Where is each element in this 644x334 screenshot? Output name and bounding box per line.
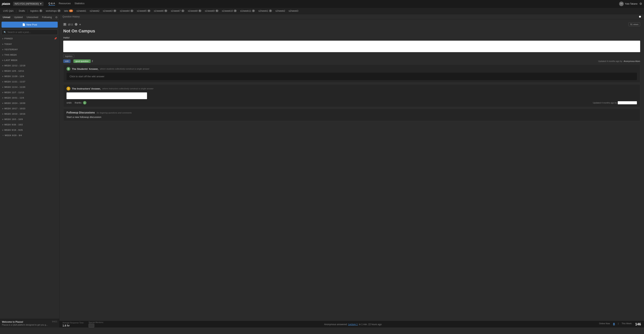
- sidebar-group-header-w0919[interactable]: ▶ WEEK 9/19 - 9/25: [2, 128, 58, 132]
- sidebar-group-header-pinned[interactable]: ▶ PINNED 📌: [2, 36, 58, 41]
- nav-link-qa[interactable]: Q & A: [48, 2, 55, 6]
- tab-s2week1[interactable]: s2/week1 3: [257, 9, 274, 13]
- sidebar-group-header-w1024[interactable]: ▶ WEEK 10/24 - 10/30: [2, 101, 58, 105]
- tab-labs[interactable]: labs 15: [62, 9, 74, 13]
- question-hello: Hello!: [63, 36, 640, 39]
- start-followup[interactable]: Start a new followup discussion: [66, 116, 637, 118]
- group-label: WEEK 10/31 - 11/6: [4, 97, 24, 99]
- undo-button[interactable]: undo: [66, 102, 72, 104]
- tab-s1week11[interactable]: s1/week11 3: [239, 9, 256, 13]
- sidebar-group-header-w1017[interactable]: ▶ WEEK 10/17 - 10/23: [2, 106, 58, 110]
- edit-button[interactable]: edit: [63, 60, 70, 63]
- tab-s1week2[interactable]: s1/week2: [88, 9, 101, 13]
- new-post-label: New Post: [26, 23, 37, 26]
- special-mentions-dropdown: [88, 324, 94, 328]
- sidebar-group-header-w0829[interactable]: ▼ WEEK 8/29 - 9/4: [2, 134, 58, 137]
- triangle-icon: ▶: [2, 102, 4, 104]
- good-question-button[interactable]: good question: [74, 60, 90, 63]
- star-icon[interactable]: ★: [79, 23, 81, 26]
- sidebar-group-header-yesterday[interactable]: ▶ YESTERDAY: [2, 48, 58, 52]
- separator: |: [618, 322, 618, 326]
- question-title: Not On Campus: [63, 28, 640, 34]
- click-to-start[interactable]: Click to start off the wiki answer: [66, 73, 637, 80]
- updated-user: Anonymous Atom: [624, 60, 640, 62]
- sidebar-group-header-w1212[interactable]: ▶ WEEK 12/12 - 12/18: [2, 64, 58, 68]
- top-nav: piazza INF2-FDS (INFR08030) ▼ Q & A Reso…: [0, 0, 644, 8]
- anon-suffix: in 1 min. 22 hours ago: [359, 323, 382, 326]
- tab-separator-2: |: [27, 10, 28, 12]
- sidebar-settings-icon[interactable]: ⚙: [55, 16, 58, 19]
- instructor-user-placeholder: [618, 101, 637, 104]
- triangle-icon: ▶: [2, 60, 4, 61]
- sidebar-group-header-thisweek[interactable]: ▶ THIS WEEK: [2, 53, 58, 57]
- sidebar-group-w1128: ▶ WEEK 11/28 - 12/4: [0, 74, 59, 79]
- special-mentions-label: Special Mentions:: [88, 321, 104, 324]
- instructors-answer-title: The Instructors' Answer,: [72, 87, 101, 90]
- online-label: Online Now: [599, 322, 610, 326]
- tab-drafts[interactable]: Drafts: [17, 9, 26, 13]
- bottom-status-bar: Average Response Time: 1.6 hr Special Me…: [60, 321, 644, 328]
- settings-icon[interactable]: ⚙: [640, 2, 642, 6]
- group-label: WEEK 10/10 - 10/16: [4, 113, 26, 115]
- tab-s1week5[interactable]: s1/week5 4: [135, 9, 152, 13]
- course-name: INF2-FDS (INFR08030): [14, 2, 39, 5]
- sidebar-group-header-w0926[interactable]: ▶ WEEK 9/26 - 10/2: [2, 123, 58, 126]
- filter-unresolved[interactable]: Unresolved: [26, 15, 40, 19]
- sidebar-group-header-w1107[interactable]: ▶ WEEK 11/7 - 11/13: [2, 90, 58, 94]
- triangle-icon: ▶: [2, 54, 4, 56]
- tab-s1week7[interactable]: s1/week7 1: [169, 9, 186, 13]
- instructors-answer-section: I The Instructors' Answer, where instruc…: [63, 84, 640, 107]
- sidebar-group-w1003: ▶ WEEK 10/3 - 10/9: [0, 116, 59, 122]
- views-badge: 91 views: [628, 22, 640, 26]
- filter-updated[interactable]: Updated: [13, 15, 24, 19]
- special-mentions-select[interactable]: [88, 324, 94, 328]
- tab-live-qa[interactable]: LIVE Q&A: [2, 9, 15, 13]
- tab-s1week6[interactable]: s1/week6 5: [152, 9, 169, 13]
- sidebar-group-header-w1205[interactable]: ▶ WEEK 12/5 - 12/11: [2, 69, 58, 73]
- new-post-icon: 📄: [22, 23, 25, 26]
- sidebar-group-header-w1010[interactable]: ▶ WEEK 10/10 - 10/16: [2, 112, 58, 116]
- sidebar-group-w1114: ▶ WEEK 11/14 - 11/20: [0, 84, 59, 90]
- tab-s1week10[interactable]: s1/week10 3: [220, 9, 238, 13]
- lecture-link[interactable]: Lecture 1: [348, 323, 358, 326]
- triangle-icon: ▼: [2, 134, 4, 136]
- search-bar[interactable]: 🔍 Search or add a post...: [2, 30, 58, 35]
- filter-following[interactable]: Following: [41, 15, 53, 19]
- tab-s1week3[interactable]: s1/week3 4: [102, 9, 118, 13]
- anon-text: Anonymous answered: [324, 323, 347, 326]
- group-label: WEEK 10/17 - 10/23: [4, 107, 26, 110]
- instructors-answer-subtitle: where instructors collectively construct…: [102, 88, 154, 90]
- question-history-bar: Question History:: [60, 14, 644, 19]
- triangle-icon: ▶: [2, 108, 4, 110]
- tab-s2week3[interactable]: s2/week3: [287, 9, 300, 13]
- thanks-button[interactable]: thanks: [75, 102, 82, 104]
- course-selector[interactable]: INF2-FDS (INFR08030) ▼: [13, 2, 44, 6]
- welcome-title: Welcome to Piazza!: [2, 320, 57, 323]
- tab-s1week9[interactable]: s1/week9 5: [203, 9, 220, 13]
- sidebar-group-header-lastweek[interactable]: ▶ LAST WEEK: [2, 58, 58, 62]
- tab-s1week4[interactable]: s1/week4 1: [118, 9, 135, 13]
- nav-link-statistics[interactable]: Statistics: [74, 2, 84, 6]
- dropdown-arrow: ▼: [40, 2, 42, 5]
- sidebar-group-header-today[interactable]: ▶ TODAY: [2, 42, 58, 46]
- group-label: WEEK 9/19 - 9/25: [4, 129, 23, 131]
- action-row: edit · good question 2 Updated 4 months …: [63, 60, 640, 63]
- tab-separator: |: [16, 10, 17, 12]
- tab-s1week8[interactable]: s1/week8 5: [186, 9, 203, 13]
- sidebar-group-header-w1121[interactable]: ▶ WEEK 11/21 - 11/27: [2, 80, 58, 84]
- group-label: YESTERDAY: [4, 48, 18, 50]
- new-post-button[interactable]: 📄 New Post: [2, 22, 58, 28]
- tab-s1week1[interactable]: s1/week1: [75, 9, 88, 13]
- sidebar-group-header-w1031[interactable]: ▶ WEEK 10/31 - 11/6: [2, 96, 58, 100]
- tab-workshops[interactable]: workshops 7: [44, 9, 62, 13]
- tab-s2week2[interactable]: s2/week2: [274, 9, 287, 13]
- tab-logistics[interactable]: logistics 5: [29, 9, 44, 13]
- sidebar-group-header-w1114[interactable]: ▶ WEEK 11/14 - 11/20: [2, 85, 58, 89]
- question-tag[interactable]: logistics: [63, 54, 74, 58]
- filter-unread[interactable]: Unread: [2, 15, 11, 19]
- instructor-updated-text: Updated 4 months ago by: [593, 101, 637, 104]
- sidebar-group-header-w1128[interactable]: ▶ WEEK 11/28 - 12/4: [2, 74, 58, 78]
- nav-link-resources[interactable]: Resources: [59, 2, 71, 6]
- group-label: WEEK 11/21 - 11/27: [4, 80, 26, 83]
- sidebar-group-header-w1003[interactable]: ▶ WEEK 10/3 - 10/9: [2, 117, 58, 121]
